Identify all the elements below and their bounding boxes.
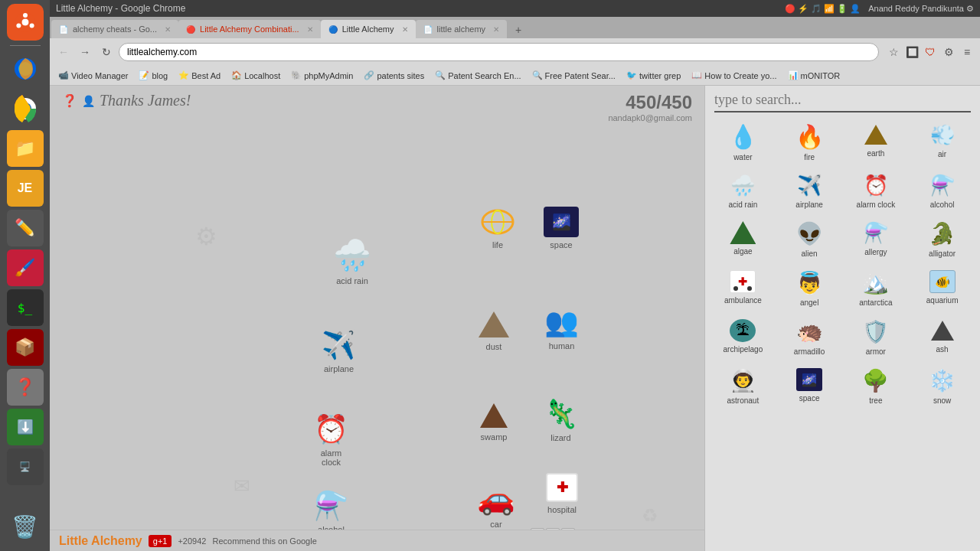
acid-rain-icon: 🌧️ <box>333 237 371 273</box>
tab-1[interactable]: 📄 alchemy cheats - Go... ✕ <box>51 20 178 38</box>
element-alcohol[interactable]: ⚗️ alcohol <box>910 169 974 214</box>
element-aquarium[interactable]: 🐠 aquarium <box>910 266 974 311</box>
taskbar-files[interactable]: 📁 <box>7 130 44 167</box>
element-alien[interactable]: 👽 alien <box>778 217 841 262</box>
game-item-airplane[interactable]: ✈️ airplane <box>322 329 356 373</box>
element-astronaut[interactable]: 👨‍🚀 astronaut <box>711 364 775 409</box>
game-item-alcohol[interactable]: ⚗️ alcohol <box>314 490 348 534</box>
ash-label: ash <box>936 345 949 354</box>
snow-icon: ❄️ <box>929 368 956 393</box>
search-input[interactable] <box>714 92 971 108</box>
taskbar-screen[interactable]: 🖥️ <box>7 448 44 485</box>
taskbar-trash[interactable]: 🗑️ <box>7 508 44 545</box>
game-item-car[interactable]: 🚗 car <box>477 481 515 529</box>
air-label: air <box>938 150 946 158</box>
bookmark-monitor[interactable]: 📊 mONITOR <box>784 70 844 81</box>
element-alligator[interactable]: 🐊 alligator <box>910 217 974 262</box>
space2-label: space <box>799 394 820 403</box>
gear-decoration: ⚙ <box>195 222 217 251</box>
tab2-close[interactable]: ✕ <box>307 25 313 34</box>
element-airplane[interactable]: ✈️ airplane <box>778 169 841 214</box>
tab-3[interactable]: 🔵 Little Alchemy ✕ <box>321 20 416 38</box>
game-item-human1[interactable]: 👥 human <box>544 306 579 350</box>
adblock-icon[interactable]: 🛡 <box>922 44 939 60</box>
tab1-close[interactable]: ✕ <box>165 25 171 34</box>
game-item-swamp[interactable]: swamp <box>477 402 511 442</box>
taskbar-gimp[interactable]: 🖌️ <box>7 249 44 286</box>
footer-gplus[interactable]: g+1 <box>149 535 172 547</box>
reload-button[interactable]: ↻ <box>97 43 116 61</box>
angel-icon: 👼 <box>796 270 823 295</box>
game-item-dust[interactable]: dust <box>477 310 511 351</box>
taskbar-help[interactable]: ❓ <box>7 369 44 406</box>
element-armor[interactable]: 🛡️ armor <box>844 315 908 360</box>
forward-button[interactable]: → <box>76 43 94 61</box>
aquarium-icon: 🐠 <box>929 270 956 293</box>
element-archipelago[interactable]: 🏝 archipelago <box>711 315 775 360</box>
tab-2[interactable]: 🔴 Little Alchemy Combinati... ✕ <box>178 20 321 38</box>
element-water[interactable]: 💧 water <box>711 119 775 166</box>
tab-4[interactable]: 📄 little alchemy ✕ <box>416 20 508 38</box>
element-angel[interactable]: 👼 angel <box>778 266 841 311</box>
bookmark-localhost[interactable]: 🏠 Localhost <box>227 70 284 81</box>
back-button[interactable]: ← <box>54 43 73 61</box>
element-tree[interactable]: 🌳 tree <box>844 364 908 409</box>
taskbar-text-editor[interactable]: ✏️ <box>7 210 44 246</box>
tab3-close[interactable]: ✕ <box>402 25 408 34</box>
footer-followers: +20942 <box>178 536 206 546</box>
bookmark-free-patent[interactable]: 🔍 Free Patent Sear... <box>528 70 619 81</box>
game-item-life[interactable]: life <box>479 207 517 249</box>
element-ash[interactable]: ash <box>910 315 974 360</box>
taskbar-install[interactable]: 📦 <box>7 329 44 366</box>
taskbar-terminal[interactable]: $_ <box>7 289 44 326</box>
swamp-svg-icon <box>477 402 511 429</box>
nav-bar: ← → ↻ ☆ 🔲 🛡 ⚙ ≡ <box>50 38 980 66</box>
element-acid-rain[interactable]: 🌧️ acid rain <box>711 169 775 214</box>
element-fire[interactable]: 🔥 fire <box>778 119 841 166</box>
bookmark-patent-search[interactable]: 🔍 Patent Search En... <box>431 70 524 81</box>
space-label: space <box>550 240 572 249</box>
game-item-lizard[interactable]: 🦎 lizard <box>544 398 578 442</box>
svg-point-3 <box>29 24 34 28</box>
help-icon[interactable]: ❓ <box>62 93 77 108</box>
game-item-hospital[interactable]: ✚ hospital <box>546 473 578 514</box>
element-air[interactable]: 💨 air <box>910 119 974 166</box>
element-ambulance[interactable]: ✚ ambulance <box>711 266 775 311</box>
bookmark-how-to[interactable]: 📖 How to Create yo... <box>688 70 780 81</box>
space-icon: 🌌 <box>544 207 579 237</box>
alcohol-panel-icon: ⚗️ <box>930 174 955 197</box>
element-antarctica[interactable]: 🏔️ antarctica <box>844 266 908 311</box>
taskbar-chrome[interactable] <box>7 90 44 127</box>
element-allergy[interactable]: ⚗️ allergy <box>844 217 908 262</box>
airplane-panel-label: airplane <box>795 201 823 209</box>
tab4-close[interactable]: ✕ <box>493 25 499 34</box>
bookmark-video-manager[interactable]: 📹 Video Manager <box>54 70 132 81</box>
game-item-acid-rain[interactable]: 🌧️ acid rain <box>333 237 371 285</box>
bookmark-star-icon[interactable]: ☆ <box>885 44 902 60</box>
taskbar-ubuntu[interactable] <box>7 4 44 41</box>
element-armadillo[interactable]: 🦔 armadillo <box>778 315 841 360</box>
element-snow[interactable]: ❄️ snow <box>910 364 974 409</box>
allergy-icon: ⚗️ <box>864 221 888 245</box>
bookmark-phpmyadmin[interactable]: 🐘 phpMyAdmin <box>287 70 357 81</box>
element-space2[interactable]: 🌌 space <box>778 364 841 409</box>
element-alarm-clock[interactable]: ⏰ alarm clock <box>844 169 908 214</box>
chrome-frame-icon[interactable]: 🔲 <box>903 44 920 60</box>
chrome-settings-icon[interactable]: ⚙ <box>940 44 957 60</box>
element-algae[interactable]: algae <box>711 217 775 262</box>
new-tab-button[interactable]: + <box>510 21 527 38</box>
game-item-alarm-clock[interactable]: ⏰ alarmclock <box>314 413 348 467</box>
game-item-space[interactable]: 🌌 space <box>544 207 579 249</box>
game-counter: 450/450 <box>608 92 692 113</box>
taskbar-je[interactable]: JE <box>7 170 44 207</box>
chrome-menu-icon[interactable]: ≡ <box>959 44 975 60</box>
taskbar-downloader[interactable]: ⬇️ <box>7 409 44 445</box>
element-earth[interactable]: earth <box>844 119 908 166</box>
bookmark-best-ad[interactable]: ⭐ Best Ad <box>175 70 224 81</box>
alien-label: alien <box>802 249 818 258</box>
bookmark-blog[interactable]: 📝 blog <box>135 70 172 81</box>
address-bar[interactable] <box>119 43 879 61</box>
taskbar-firefox[interactable] <box>7 51 44 87</box>
bookmark-patents[interactable]: 🔗 patents sites <box>360 70 428 81</box>
bookmark-twitter[interactable]: 🐦 twitter grep <box>622 70 684 81</box>
